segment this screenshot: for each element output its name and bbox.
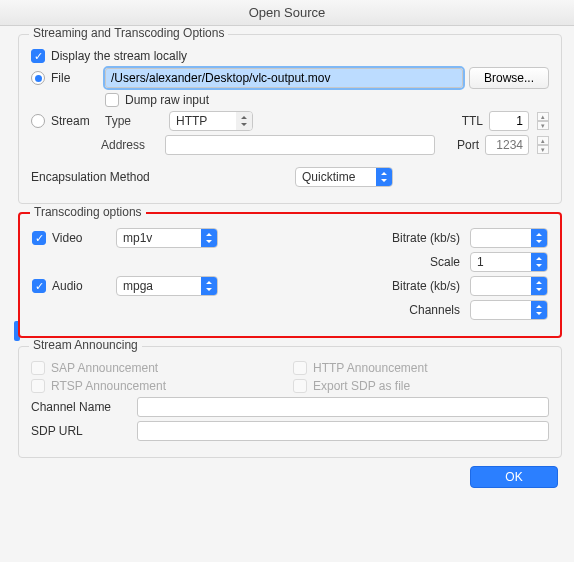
transcoding-options-group: Transcoding options ✓ Video mp1v Bitrate… [18,212,562,338]
video-bitrate-select[interactable] [470,228,548,248]
rtsp-label: RTSP Announcement [51,379,166,393]
streaming-options-group: Streaming and Transcoding Options ✓ Disp… [18,34,562,204]
sap-checkbox [31,361,45,375]
streaming-options-legend: Streaming and Transcoding Options [29,26,228,40]
stream-announcing-group: Stream Announcing SAP Announcement HTTP … [18,346,562,458]
video-label: Video [52,231,110,245]
rtsp-checkbox [31,379,45,393]
chevron-updown-icon [201,277,217,295]
chevron-updown-icon [201,229,217,247]
chevron-down-icon [531,277,547,295]
channels-select[interactable] [470,300,548,320]
type-label: Type [105,114,163,128]
open-source-window: Open Source Streaming and Transcoding Op… [0,0,574,562]
encapsulation-select[interactable]: Quicktime [295,167,393,187]
port-label: Port [457,138,479,152]
address-input[interactable] [165,135,435,155]
scale-label: Scale [382,255,460,269]
audio-codec-select[interactable]: mpga [116,276,218,296]
http-announce-checkbox [293,361,307,375]
video-bitrate-label: Bitrate (kb/s) [382,231,460,245]
chevron-down-icon [531,253,547,271]
audio-bitrate-select[interactable] [470,276,548,296]
ttl-label: TTL [462,114,483,128]
transcoding-options-legend: Transcoding options [30,205,146,219]
file-path-input[interactable] [105,68,463,88]
ttl-input[interactable] [489,111,529,131]
stream-announcing-legend: Stream Announcing [29,338,142,352]
audio-label: Audio [52,279,110,293]
address-label: Address [101,138,159,152]
channels-label: Channels [382,303,460,317]
video-codec-select[interactable]: mp1v [116,228,218,248]
dump-raw-checkbox[interactable] [105,93,119,107]
sdp-url-label: SDP URL [31,424,131,438]
window-title: Open Source [0,0,574,26]
audio-checkbox[interactable]: ✓ [32,279,46,293]
display-locally-checkbox[interactable]: ✓ [31,49,45,63]
ok-button[interactable]: OK [470,466,558,488]
chevron-down-icon [531,301,547,319]
chevron-updown-icon [236,112,252,130]
encapsulation-label: Encapsulation Method [31,170,181,184]
export-sdp-label: Export SDP as file [313,379,410,393]
sdp-url-input[interactable] [137,421,549,441]
display-locally-label: Display the stream locally [51,49,187,63]
channel-name-input[interactable] [137,397,549,417]
channel-name-label: Channel Name [31,400,131,414]
audio-bitrate-label: Bitrate (kb/s) [382,279,460,293]
export-sdp-checkbox [293,379,307,393]
file-radio[interactable] [31,71,45,85]
type-select[interactable]: HTTP [169,111,253,131]
port-stepper[interactable]: ▴▾ [537,136,549,154]
port-input[interactable] [485,135,529,155]
sap-label: SAP Announcement [51,361,158,375]
http-announce-label: HTTP Announcement [313,361,428,375]
video-checkbox[interactable]: ✓ [32,231,46,245]
chevron-updown-icon [376,168,392,186]
scale-select[interactable]: 1 [470,252,548,272]
chevron-down-icon [531,229,547,247]
stream-radio[interactable] [31,114,45,128]
dump-raw-label: Dump raw input [125,93,209,107]
ttl-stepper[interactable]: ▴▾ [537,112,549,130]
browse-button[interactable]: Browse... [469,67,549,89]
file-radio-label: File [51,71,99,85]
stream-radio-label: Stream [51,114,99,128]
